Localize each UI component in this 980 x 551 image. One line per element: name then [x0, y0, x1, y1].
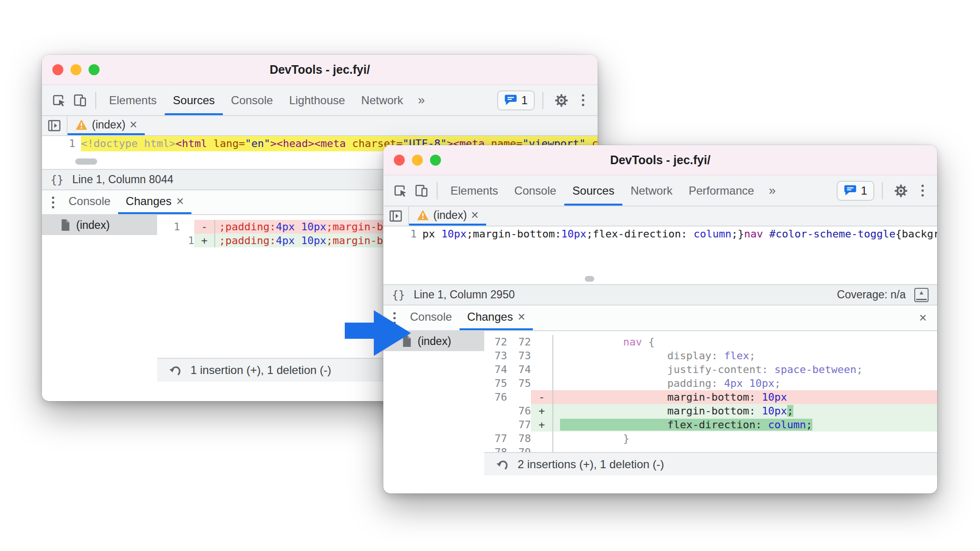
sidebar-item-index[interactable]: (index)	[42, 215, 157, 235]
changes-footer: 2 insertions (+), 1 deletion (-)	[484, 452, 937, 475]
close-window-button[interactable]	[52, 64, 63, 75]
diff-row: 72 72 nav {	[484, 335, 937, 349]
drawer-tab-changes[interactable]: Changes ×	[118, 190, 191, 214]
close-file-tab-icon[interactable]: ×	[130, 118, 137, 131]
window-title: DevTools - jec.fyi/	[610, 153, 710, 167]
drawer-tab-changes[interactable]: Changes ×	[460, 305, 533, 330]
more-tabs-chevron[interactable]: »	[411, 93, 431, 108]
revert-icon[interactable]	[496, 458, 510, 471]
zoom-window-button[interactable]	[430, 155, 441, 166]
show-navigator-icon	[389, 210, 402, 222]
main-menu-button[interactable]	[575, 94, 591, 106]
navigator-toggle-button[interactable]	[383, 207, 409, 226]
new-line-number: 74	[507, 363, 531, 376]
close-file-tab-icon[interactable]: ×	[471, 209, 479, 222]
tab-sources[interactable]: Sources	[564, 176, 622, 206]
diff-row-added: 76 + margin-bottom: 10px;	[484, 404, 937, 418]
drawer-menu-button[interactable]	[45, 197, 61, 208]
close-drawer-button[interactable]: ×	[911, 305, 934, 330]
cursor-position: Line 1, Column 2950	[414, 288, 515, 301]
format-braces-icon[interactable]: {}	[50, 174, 64, 186]
coverage-expand-icon[interactable]: ▲	[914, 288, 929, 302]
main-menu-button[interactable]	[914, 185, 930, 197]
source-line: 1 px 10px;margin-bottom:10px;flex-direct…	[383, 226, 937, 242]
diff-code: display: flex;	[552, 349, 937, 363]
line-number: 1	[42, 136, 81, 151]
navigator-toggle-button[interactable]	[42, 116, 68, 135]
file-tab-index[interactable]: (index) ×	[409, 207, 486, 226]
close-changes-tab-icon[interactable]: ×	[518, 311, 525, 324]
diff-marker	[531, 335, 552, 349]
source-code-line: px 10px;margin-bottom:10px;flex-directio…	[422, 226, 937, 242]
coverage-icon-bar	[916, 299, 927, 300]
minimize-window-button[interactable]	[412, 155, 423, 166]
issues-button[interactable]: 1	[497, 90, 535, 110]
changes-sidebar: (index)	[42, 215, 157, 382]
titlebar[interactable]: DevTools - jec.fyi/	[42, 55, 598, 85]
splitter-handle[interactable]	[585, 276, 594, 282]
new-line-number: 73	[507, 349, 531, 363]
toolbar-right: 1	[497, 89, 591, 111]
tab-elements[interactable]: Elements	[101, 85, 165, 115]
issues-button[interactable]: 1	[837, 181, 874, 201]
inspect-element-button[interactable]	[49, 89, 70, 111]
file-tab-index[interactable]: (index) ×	[68, 116, 145, 135]
triangle-glyph: ▲	[919, 289, 925, 296]
new-line-number: 72	[507, 335, 531, 349]
diff-code: margin-bottom: 10px	[552, 390, 937, 404]
source-editor[interactable]: 1 px 10px;margin-bottom:10px;flex-direct…	[383, 226, 937, 284]
tab-elements[interactable]: Elements	[442, 176, 506, 206]
diff-marker: +	[194, 234, 214, 247]
pointer-arrow	[345, 309, 412, 357]
horizontal-scrollbar-thumb[interactable]	[75, 158, 97, 165]
tab-console[interactable]: Console	[223, 85, 281, 115]
panel-tabs: Elements Sources Console Lighthouse Netw…	[101, 85, 431, 115]
diff-marker: -	[194, 220, 214, 234]
tab-network[interactable]: Network	[622, 176, 680, 206]
diff-code: padding: 4px 10px;	[552, 376, 937, 390]
inspect-icon	[52, 93, 66, 108]
new-line-number: 77	[507, 418, 531, 432]
titlebar[interactable]: DevTools - jec.fyi/	[383, 145, 937, 176]
new-line-number: 1	[180, 234, 194, 247]
device-toolbar-button[interactable]	[70, 89, 90, 111]
warning-icon	[417, 209, 429, 221]
diff-row: 77 78 }	[484, 432, 937, 445]
drawer-tab-console[interactable]: Console	[61, 190, 118, 214]
diff-code: }	[552, 432, 937, 445]
close-window-button[interactable]	[394, 155, 405, 166]
tab-performance[interactable]: Performance	[680, 176, 762, 206]
diff-marker: +	[531, 418, 552, 432]
tab-sources[interactable]: Sources	[165, 85, 223, 115]
settings-button[interactable]	[890, 180, 911, 202]
close-changes-tab-icon[interactable]: ×	[176, 195, 184, 208]
sidebar-item-label: (index)	[76, 219, 110, 232]
old-line-number: 75	[484, 376, 507, 390]
inspect-element-button[interactable]	[390, 180, 411, 202]
diff-summary: 1 insertion (+), 1 deletion (-)	[190, 364, 331, 377]
more-tabs-chevron[interactable]: »	[762, 183, 782, 198]
new-line-number: 76	[507, 404, 531, 418]
old-line-number	[157, 234, 180, 247]
file-tab-strip: (index) ×	[383, 207, 937, 226]
close-icon: ×	[919, 312, 927, 325]
settings-button[interactable]	[551, 89, 572, 111]
minimize-window-button[interactable]	[70, 64, 81, 75]
tab-console[interactable]: Console	[506, 176, 564, 206]
line-number: 1	[383, 226, 422, 242]
format-braces-icon[interactable]: {}	[392, 289, 405, 301]
devtools-window-front: DevTools - jec.fyi/ Elements Console Sou…	[383, 145, 937, 493]
zoom-window-button[interactable]	[89, 64, 100, 75]
device-toolbar-button[interactable]	[411, 180, 432, 202]
revert-icon[interactable]	[169, 364, 183, 376]
new-line-number: 75	[507, 376, 531, 390]
devtools-toolbar: Elements Sources Console Lighthouse Netw…	[42, 85, 598, 116]
tab-lighthouse[interactable]: Lighthouse	[281, 85, 353, 115]
new-line-number: 78	[507, 432, 531, 445]
diff-row: 75 75 padding: 4px 10px;	[484, 376, 937, 390]
toolbar-divider	[882, 182, 883, 199]
old-line-number	[484, 404, 507, 418]
toolbar-right: 1	[837, 180, 930, 202]
tab-network[interactable]: Network	[353, 85, 411, 115]
inspect-icon	[393, 184, 408, 198]
